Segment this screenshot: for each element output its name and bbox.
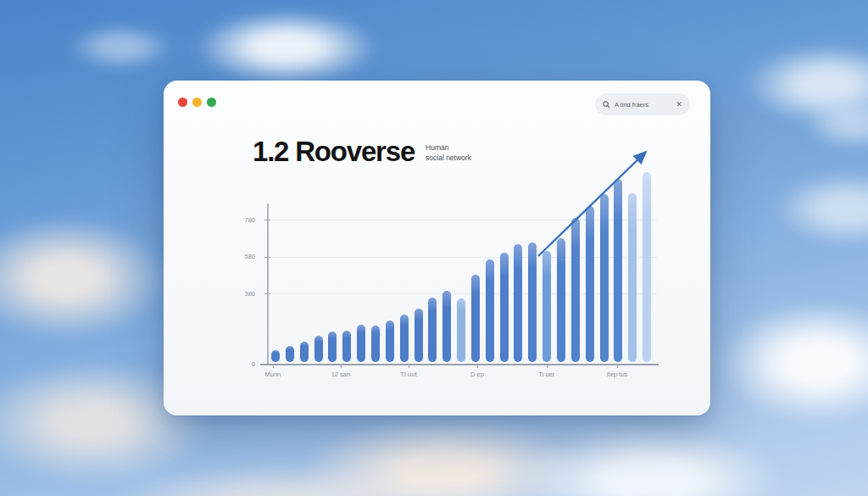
cloud — [114, 465, 458, 496]
x-tick-label: D ep — [455, 371, 499, 378]
bar — [557, 238, 565, 362]
x-tick — [547, 365, 548, 368]
bar — [286, 346, 294, 362]
bar — [628, 193, 637, 362]
x-tick-label: Itep tus — [595, 371, 639, 378]
bar — [342, 331, 351, 362]
bar — [328, 332, 337, 362]
gridline — [267, 293, 657, 294]
x-tick-label: Munn — [251, 371, 295, 378]
x-tick-label: Ti uer — [525, 371, 569, 378]
bar — [400, 315, 409, 362]
growth-bar-chart: 0380580780Munn12 sanTf uutD epTi uerItep… — [164, 81, 710, 415]
cloud — [68, 24, 174, 70]
bar — [314, 336, 323, 362]
bar — [457, 298, 465, 362]
bar — [500, 253, 509, 362]
bar — [442, 291, 451, 362]
bar — [514, 244, 522, 362]
app-window: A tind fraers ✕ 1.2 Rooverse Human socia… — [164, 81, 710, 415]
x-tick-label: Tf uut — [387, 371, 431, 378]
x-axis — [260, 364, 659, 365]
cloud — [521, 426, 780, 496]
gridline — [267, 220, 657, 220]
y-tick-label: 780 — [230, 216, 255, 224]
y-axis — [267, 203, 269, 364]
y-tick-label: 380 — [230, 290, 255, 298]
bar — [614, 179, 622, 362]
cloud — [195, 10, 377, 85]
bar — [415, 309, 423, 362]
y-tick-label: 580 — [230, 253, 255, 260]
bar — [643, 172, 651, 362]
cloud — [773, 171, 868, 246]
bar — [528, 242, 537, 362]
x-tick — [617, 365, 618, 368]
gridline — [267, 257, 657, 258]
cloud — [744, 44, 868, 125]
bar — [586, 206, 594, 362]
sky-background: A tind fraers ✕ 1.2 Rooverse Human socia… — [0, 0, 868, 496]
x-tick — [341, 365, 342, 368]
cloud — [301, 417, 585, 496]
cloud — [0, 216, 170, 339]
bar — [542, 251, 551, 362]
x-tick-label: 12 san — [319, 371, 363, 378]
bar — [300, 342, 309, 362]
bar — [486, 259, 494, 362]
bar — [357, 325, 365, 362]
bar — [386, 320, 394, 362]
x-tick — [273, 365, 274, 368]
bar — [471, 275, 480, 362]
cloud — [804, 100, 868, 149]
bar — [371, 326, 380, 362]
x-tick — [477, 365, 478, 368]
bar — [571, 218, 580, 362]
cloud — [719, 301, 868, 424]
bar — [428, 298, 437, 362]
y-tick-label: 0 — [230, 360, 255, 368]
bar — [600, 194, 609, 362]
x-tick — [409, 365, 409, 368]
bar — [271, 350, 280, 362]
